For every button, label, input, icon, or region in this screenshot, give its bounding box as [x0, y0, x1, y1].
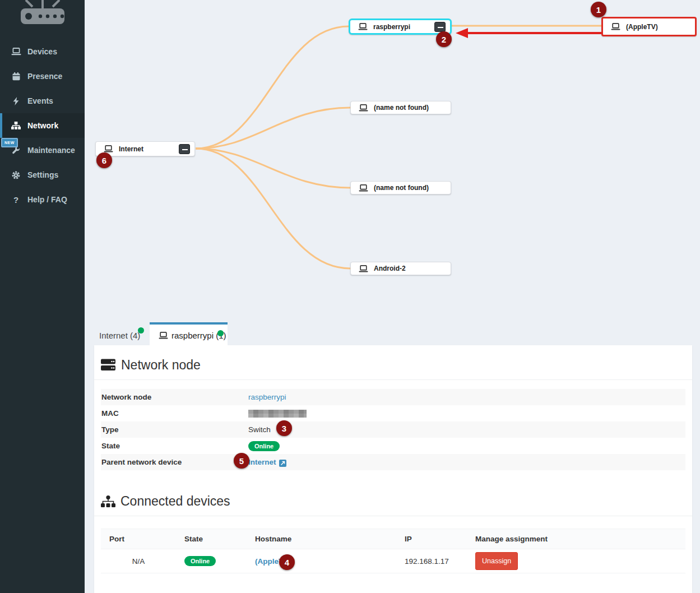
mac-redacted-value	[248, 410, 307, 418]
col-ip: IP	[396, 529, 467, 549]
annotation-badge-1: 1	[591, 2, 606, 17]
node-label: (name not found)	[374, 104, 429, 112]
table-row: N/A Online (AppleTV) 192.168.1.17 Unassi…	[101, 549, 685, 573]
sidebar-item-events[interactable]: Events	[0, 89, 85, 113]
detail-panel: Network node Network node raspberrypi MA…	[94, 345, 692, 593]
table-row: Network node raspberrypi	[101, 389, 685, 405]
node-label: (name not found)	[374, 184, 429, 192]
laptop-icon	[104, 145, 113, 152]
sidebar-nav: Devices Presence Events Network Maintena…	[0, 39, 85, 212]
online-status-badge: Online	[184, 556, 216, 566]
laptop-icon	[159, 332, 168, 339]
connected-devices-section-header: Connected devices	[101, 494, 685, 509]
online-dot	[217, 330, 224, 336]
sitemap-icon	[101, 495, 115, 508]
laptop-icon	[11, 48, 21, 55]
annotation-badge-3: 3	[276, 420, 292, 436]
gear-icon	[11, 171, 21, 179]
network-node-section-header: Network node	[101, 358, 685, 373]
annotation-badge-4: 4	[279, 554, 295, 570]
table-row: State Online	[101, 438, 685, 454]
node-label: (AppleTV)	[626, 23, 658, 31]
node-name-not-found-2[interactable]: (name not found)	[350, 181, 451, 194]
laptop-icon	[359, 104, 368, 112]
laptop-icon	[611, 23, 620, 30]
col-manage: Manage assignment	[467, 529, 685, 549]
network-node-table: Network node raspberrypi MAC Type Switch…	[101, 389, 685, 470]
sidebar-item-help[interactable]: ? Help / FAQ	[0, 187, 85, 212]
col-port: Port	[101, 529, 176, 549]
main-content: Internet raspberrypi (name not found) (n…	[85, 0, 700, 593]
annotation-badge-5: 5	[234, 453, 249, 469]
online-dot	[138, 327, 144, 333]
node-name-not-found-1[interactable]: (name not found)	[350, 101, 451, 114]
tab-internet[interactable]: Internet (4)	[94, 322, 150, 345]
sidebar-item-label: Maintenance	[27, 146, 75, 155]
col-state: State	[176, 529, 247, 549]
annotation-arrow	[456, 28, 609, 38]
sidebar-item-label: Settings	[27, 170, 58, 179]
laptop-icon	[358, 23, 368, 30]
tab-raspberrypi[interactable]: raspberrypi (1)	[150, 322, 228, 348]
node-label: Internet	[119, 145, 143, 153]
external-link-icon[interactable]	[279, 460, 286, 467]
row-label: MAC	[101, 405, 248, 421]
sidebar-item-network[interactable]: Network	[0, 113, 85, 138]
parent-device-link[interactable]: Internet	[248, 458, 276, 466]
server-icon	[101, 359, 116, 372]
sidebar-item-devices[interactable]: Devices	[0, 39, 85, 64]
unassign-button[interactable]: Unassign	[475, 552, 518, 570]
node-label: Android-2	[374, 265, 406, 272]
ip-value: 192.168.1.17	[396, 549, 467, 573]
table-row: Parent network device Internet	[101, 454, 685, 470]
table-header-row: Port State Hostname IP Manage assignment	[101, 529, 685, 549]
row-label: Parent network device	[101, 454, 248, 470]
collapse-minus-button[interactable]	[179, 144, 190, 154]
sidebar-item-presence[interactable]: Presence	[0, 64, 85, 89]
collapse-minus-button[interactable]	[434, 22, 446, 32]
sidebar-item-settings[interactable]: Settings	[0, 163, 85, 187]
port-value: N/A	[101, 549, 176, 573]
sidebar-item-label: Devices	[27, 47, 57, 56]
section-title: Network node	[121, 358, 201, 373]
sidebar-item-label: Events	[27, 96, 53, 105]
divider	[94, 379, 692, 380]
new-badge: NEW	[1, 138, 18, 147]
sidebar-item-label: Help / FAQ	[27, 195, 67, 204]
sidebar-item-label: Network	[27, 121, 58, 130]
bolt-icon	[11, 97, 21, 105]
type-value: Switch	[248, 425, 271, 434]
node-raspberrypi[interactable]: raspberrypi	[349, 18, 452, 35]
row-label: Network node	[101, 389, 248, 405]
calendar-icon	[11, 72, 21, 81]
sidebar: NEW Devices Presence Events Network	[0, 0, 85, 593]
sitemap-icon	[11, 122, 21, 129]
divider	[94, 516, 692, 516]
sidebar-item-label: Presence	[27, 72, 62, 81]
laptop-icon	[359, 265, 368, 272]
section-title: Connected devices	[120, 494, 230, 509]
node-appletv[interactable]: (AppleTV)	[601, 17, 697, 36]
row-label: Type	[101, 421, 248, 438]
connected-devices-table: Port State Hostname IP Manage assignment…	[101, 529, 685, 573]
row-label: State	[101, 438, 248, 454]
annotation-badge-2: 2	[436, 31, 452, 47]
router-logo-icon	[16, 0, 69, 29]
node-android-2[interactable]: Android-2	[350, 262, 451, 275]
node-internet[interactable]: Internet	[95, 141, 195, 156]
table-row: MAC	[101, 405, 685, 421]
table-row: Type Switch	[101, 421, 685, 438]
laptop-icon	[359, 184, 368, 192]
node-label: raspberrypi	[373, 23, 410, 31]
col-hostname: Hostname	[247, 529, 396, 549]
question-icon: ?	[11, 195, 21, 205]
annotation-badge-6: 6	[96, 152, 112, 168]
online-status-badge: Online	[248, 441, 280, 451]
network-node-link[interactable]: raspberrypi	[248, 393, 286, 401]
tab-label: Internet (4)	[99, 331, 140, 340]
